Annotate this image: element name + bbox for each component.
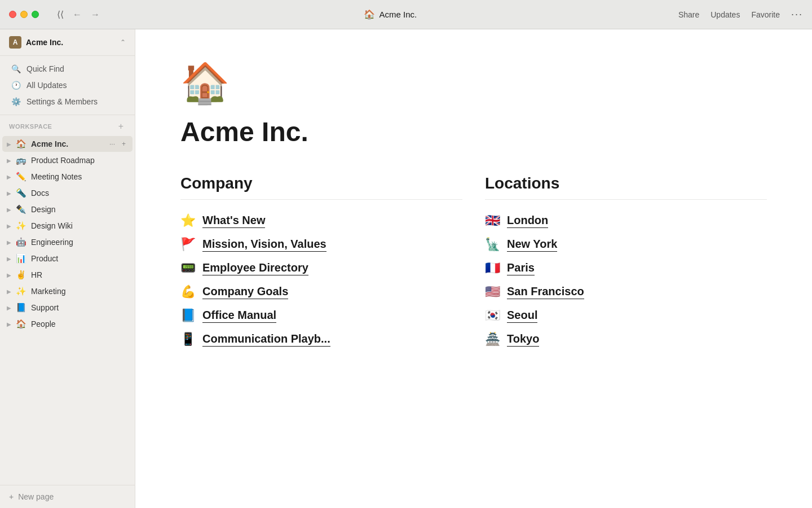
list-item-london[interactable]: 🇬🇧 London: [485, 213, 767, 228]
whats-new-label: What's New: [202, 214, 265, 228]
statue-liberty-icon: 🗽: [485, 237, 500, 252]
workspace-chevron-icon[interactable]: ⌃: [120, 38, 126, 46]
employee-directory-label: Employee Directory: [202, 261, 308, 275]
nav-controls: ⟨⟨ ← →: [55, 8, 102, 21]
chevron-right-icon: ▶: [7, 321, 16, 327]
titlebar-page-emoji: 🏠: [364, 9, 375, 20]
sidebar-item-quick-find[interactable]: 🔍 Quick Find: [2, 61, 133, 77]
sidebar-item-engineering[interactable]: ▶ 🤖 Engineering: [2, 234, 133, 250]
sidebar-item-support[interactable]: ▶ 📘 Support: [2, 300, 133, 316]
design-wiki-label: Design Wiki: [31, 221, 128, 230]
list-item-company-goals[interactable]: 💪 Company Goals: [180, 284, 462, 299]
manual-icon: 📘: [180, 308, 196, 323]
back-button[interactable]: ←: [70, 8, 84, 21]
titlebar-title: Acme Inc.: [379, 10, 417, 19]
titlebar-actions: Share Updates Favorite ···: [678, 8, 803, 20]
company-goals-label: Company Goals: [202, 285, 288, 299]
us-flag-icon: 🇺🇸: [485, 284, 500, 299]
uk-flag-icon: 🇬🇧: [485, 213, 500, 228]
workspace-section-label: WORKSPACE: [9, 123, 52, 130]
london-label: London: [507, 214, 548, 228]
list-item-tokyo[interactable]: 🏯 Tokyo: [485, 332, 767, 347]
product-roadmap-icon: 🚌: [16, 155, 27, 165]
minimize-button[interactable]: [20, 11, 28, 18]
communication-playbook-label: Communication Playb...: [202, 332, 330, 347]
chevron-right-icon: ▶: [7, 174, 16, 180]
sidebar-item-label-settings: Settings & Members: [27, 97, 98, 106]
gear-icon: ⚙️: [11, 97, 21, 106]
sidebar-item-label-quick-find: Quick Find: [27, 64, 64, 73]
add-workspace-button[interactable]: +: [116, 122, 126, 131]
company-section-title: Company: [180, 174, 462, 200]
people-icon: 🏠: [16, 319, 27, 329]
updates-button[interactable]: Updates: [710, 10, 740, 19]
chevron-right-icon: ▶: [7, 272, 16, 278]
sidebar-item-label-all-updates: All Updates: [27, 81, 67, 90]
product-label: Product: [31, 254, 128, 263]
chevron-right-icon: ▶: [7, 223, 16, 229]
chevron-right-icon: ▶: [7, 157, 16, 164]
sidebar-item-docs[interactable]: ▶ 🔦 Docs: [2, 185, 133, 201]
acme-inc-icon: 🏠: [16, 139, 27, 149]
engineering-icon: 🤖: [16, 237, 27, 247]
company-section: Company ⭐ What's New 🚩 Mission, Vision, …: [180, 174, 462, 347]
sidebar-footer: + New page: [0, 485, 135, 508]
acme-inc-more-button[interactable]: ···: [107, 139, 117, 149]
sidebar-tree: ▶ 🏠 Acme Inc. ··· + ▶ 🚌 Product Roadmap …: [0, 133, 135, 485]
list-item-mission[interactable]: 🚩 Mission, Vision, Values: [180, 237, 462, 252]
more-options-button[interactable]: ···: [791, 8, 803, 20]
flag-icon: 🚩: [180, 237, 196, 252]
chevron-right-icon: ▶: [7, 141, 16, 147]
content-grid: Company ⭐ What's New 🚩 Mission, Vision, …: [180, 174, 767, 347]
titlebar: ⟨⟨ ← → 🏠 Acme Inc. Share Updates Favorit…: [0, 0, 812, 29]
list-item-san-francisco[interactable]: 🇺🇸 San Francisco: [485, 284, 767, 299]
sidebar-item-settings[interactable]: ⚙️ Settings & Members: [2, 94, 133, 110]
paris-label: Paris: [507, 261, 535, 275]
tokyo-label: Tokyo: [507, 332, 539, 347]
design-wiki-icon: ✨: [16, 221, 27, 231]
sidebar-item-design-wiki[interactable]: ▶ ✨ Design Wiki: [2, 218, 133, 234]
locations-section: Locations 🇬🇧 London 🗽 New York 🇫🇷 Paris: [485, 174, 767, 347]
favorite-button[interactable]: Favorite: [751, 10, 780, 19]
sidebar-item-meeting-notes[interactable]: ▶ ✏️ Meeting Notes: [2, 169, 133, 185]
titlebar-center: 🏠 Acme Inc.: [109, 9, 672, 20]
sidebar-item-product-roadmap[interactable]: ▶ 🚌 Product Roadmap: [2, 152, 133, 168]
workspace-section-header: WORKSPACE +: [0, 115, 135, 133]
list-item-employee-directory[interactable]: 📟 Employee Directory: [180, 261, 462, 275]
people-label: People: [31, 319, 128, 329]
collapse-sidebar-button[interactable]: ⟨⟨: [55, 8, 66, 21]
directory-icon: 📟: [180, 261, 196, 275]
sidebar-item-product[interactable]: ▶ 📊 Product: [2, 251, 133, 266]
sidebar-item-design[interactable]: ▶ ✒️ Design: [2, 202, 133, 217]
sidebar-item-marketing[interactable]: ▶ ✨ Marketing: [2, 283, 133, 299]
design-label: Design: [31, 205, 128, 214]
close-button[interactable]: [9, 11, 16, 18]
list-item-office-manual[interactable]: 📘 Office Manual: [180, 308, 462, 323]
acme-inc-label: Acme Inc.: [31, 139, 107, 148]
workspace-header[interactable]: A Acme Inc. ⌃: [0, 29, 135, 56]
main-content: 🏠 Acme Inc. Company ⭐ What's New 🚩 Missi…: [135, 29, 812, 508]
design-icon: ✒️: [16, 204, 27, 214]
list-item-seoul[interactable]: 🇰🇷 Seoul: [485, 308, 767, 323]
share-button[interactable]: Share: [678, 10, 699, 19]
sidebar-item-hr[interactable]: ▶ ✌️ HR: [2, 267, 133, 283]
locations-list: 🇬🇧 London 🗽 New York 🇫🇷 Paris 🇺🇸 San Fra…: [485, 213, 767, 347]
list-item-communication-playbook[interactable]: 📱 Communication Playb...: [180, 332, 462, 347]
sidebar-item-acme-inc[interactable]: ▶ 🏠 Acme Inc. ··· +: [2, 136, 133, 152]
sidebar-item-people[interactable]: ▶ 🏠 People: [2, 316, 133, 332]
new-page-button[interactable]: + New page: [9, 492, 126, 501]
page-emoji: 🏠: [180, 63, 767, 103]
support-icon: 📘: [16, 303, 27, 313]
chevron-right-icon: ▶: [7, 190, 16, 196]
list-item-whats-new[interactable]: ⭐ What's New: [180, 213, 462, 228]
list-item-paris[interactable]: 🇫🇷 Paris: [485, 261, 767, 275]
maximize-button[interactable]: [32, 11, 39, 18]
traffic-lights: [9, 11, 39, 18]
forward-button[interactable]: →: [89, 8, 102, 21]
hr-icon: ✌️: [16, 270, 27, 280]
list-item-new-york[interactable]: 🗽 New York: [485, 237, 767, 252]
clock-icon: 🕐: [11, 81, 21, 90]
sidebar-nav: 🔍 Quick Find 🕐 All Updates ⚙️ Settings &…: [0, 56, 135, 115]
sidebar-item-all-updates[interactable]: 🕐 All Updates: [2, 77, 133, 93]
acme-inc-add-button[interactable]: +: [120, 139, 128, 149]
